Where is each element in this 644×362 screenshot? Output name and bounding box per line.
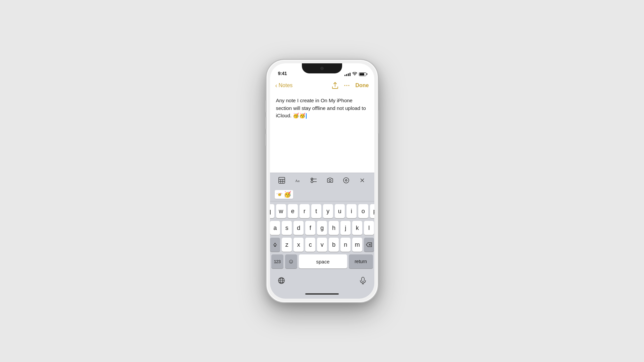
table-button[interactable] bbox=[276, 174, 288, 186]
key-x[interactable]: x bbox=[293, 238, 304, 252]
key-w[interactable]: w bbox=[276, 204, 286, 218]
format-text-icon: Aa bbox=[294, 177, 301, 184]
markup-button[interactable] bbox=[340, 174, 352, 186]
nav-bar: ‹ Notes bbox=[270, 78, 374, 93]
svg-rect-17 bbox=[274, 245, 276, 247]
return-key[interactable]: return bbox=[349, 254, 373, 268]
key-e[interactable]: e bbox=[288, 204, 298, 218]
svg-point-13 bbox=[329, 179, 331, 181]
key-k[interactable]: k bbox=[352, 221, 362, 235]
key-h[interactable]: h bbox=[329, 221, 339, 235]
svg-point-0 bbox=[344, 85, 345, 86]
key-i[interactable]: i bbox=[346, 204, 357, 218]
keyboard-toolbar: Aa bbox=[270, 173, 374, 187]
format-text-button[interactable]: Aa bbox=[292, 174, 304, 186]
svg-point-1 bbox=[346, 85, 347, 86]
phone-screen: 9:41 bbox=[270, 63, 374, 299]
signal-bar-4 bbox=[350, 73, 351, 76]
svg-rect-25 bbox=[362, 277, 364, 282]
svg-point-10 bbox=[311, 181, 313, 183]
share-icon bbox=[332, 82, 338, 89]
note-text: Any note I create in On My iPhone sectio… bbox=[276, 97, 368, 120]
key-c[interactable]: c bbox=[305, 238, 315, 252]
delete-key[interactable] bbox=[364, 238, 374, 252]
key-u[interactable]: u bbox=[335, 204, 345, 218]
home-indicator bbox=[270, 289, 374, 299]
dictation-button[interactable] bbox=[357, 275, 369, 287]
emoji-suggestion-emoji: 🥳 bbox=[284, 191, 291, 198]
key-g[interactable]: g bbox=[317, 221, 327, 235]
note-content-area[interactable]: Any note I create in On My iPhone sectio… bbox=[270, 93, 374, 173]
key-m[interactable]: m bbox=[352, 238, 362, 252]
emoji-suggestion-label: "🥳" bbox=[277, 193, 282, 196]
back-button[interactable]: ‹ Notes bbox=[275, 82, 293, 89]
share-button[interactable] bbox=[332, 82, 338, 89]
delete-icon bbox=[366, 242, 372, 247]
keyboard-row-4: 123 ☺ space return bbox=[271, 254, 373, 268]
markup-icon bbox=[343, 177, 350, 184]
back-chevron-icon: ‹ bbox=[275, 82, 277, 89]
key-y[interactable]: y bbox=[323, 204, 333, 218]
signal-bar-3 bbox=[348, 73, 349, 76]
home-bar bbox=[305, 293, 339, 295]
text-cursor bbox=[306, 113, 307, 119]
key-t[interactable]: t bbox=[311, 204, 321, 218]
svg-rect-3 bbox=[279, 177, 285, 183]
keyboard-bottom-bar bbox=[270, 273, 374, 289]
checklist-button[interactable] bbox=[308, 174, 320, 186]
key-o[interactable]: o bbox=[358, 204, 368, 218]
emoji-key[interactable]: ☺ bbox=[285, 254, 297, 268]
key-q[interactable]: q bbox=[270, 204, 274, 218]
globe-button[interactable] bbox=[275, 275, 287, 287]
shift-icon bbox=[272, 242, 278, 247]
notch-camera bbox=[320, 67, 324, 70]
keyboard-row-3: z x c v b n m bbox=[271, 238, 373, 252]
keyboard-row-1: q w e r t y u i o p bbox=[271, 204, 373, 218]
checklist-icon bbox=[311, 177, 317, 184]
notch bbox=[302, 63, 342, 73]
table-icon bbox=[278, 177, 285, 184]
done-button[interactable]: Done bbox=[356, 82, 369, 88]
more-icon bbox=[343, 82, 350, 89]
close-keyboard-icon bbox=[359, 177, 366, 184]
key-l[interactable]: l bbox=[364, 221, 374, 235]
phone-frame: 9:41 bbox=[266, 59, 378, 303]
key-j[interactable]: j bbox=[340, 221, 351, 235]
numbers-key[interactable]: 123 bbox=[271, 254, 283, 268]
battery-fill bbox=[360, 73, 364, 75]
key-s[interactable]: s bbox=[282, 221, 292, 235]
signal-bar-1 bbox=[344, 75, 345, 76]
key-d[interactable]: d bbox=[293, 221, 304, 235]
battery-icon bbox=[359, 72, 366, 76]
keyboard-row-2: a s d f g h j k l bbox=[271, 221, 373, 235]
more-button[interactable] bbox=[343, 82, 350, 89]
emoji-suggestion-item[interactable]: "🥳" 🥳 bbox=[275, 190, 293, 199]
signal-bars-icon bbox=[344, 72, 351, 76]
key-b[interactable]: b bbox=[329, 238, 339, 252]
status-time: 9:41 bbox=[278, 71, 287, 76]
key-p[interactable]: p bbox=[370, 204, 374, 218]
shift-key[interactable] bbox=[270, 238, 280, 252]
camera-icon bbox=[327, 177, 333, 184]
key-z[interactable]: z bbox=[282, 238, 292, 252]
keyboard: q w e r t y u i o p a s d f g bbox=[270, 201, 374, 273]
microphone-icon bbox=[360, 277, 366, 284]
svg-point-14 bbox=[343, 178, 349, 183]
key-v[interactable]: v bbox=[317, 238, 327, 252]
close-keyboard-button[interactable] bbox=[356, 174, 368, 186]
space-key[interactable]: space bbox=[299, 254, 347, 268]
svg-point-2 bbox=[348, 85, 349, 86]
wifi-icon bbox=[352, 72, 357, 76]
key-f[interactable]: f bbox=[305, 221, 315, 235]
svg-text:Aa: Aa bbox=[295, 179, 300, 183]
back-label: Notes bbox=[279, 82, 293, 88]
key-n[interactable]: n bbox=[340, 238, 351, 252]
camera-button[interactable] bbox=[324, 174, 336, 186]
signal-bar-2 bbox=[346, 74, 347, 76]
emoji-bar: "🥳" 🥳 bbox=[270, 187, 374, 201]
key-r[interactable]: r bbox=[300, 204, 310, 218]
status-icons bbox=[344, 72, 366, 76]
key-a[interactable]: a bbox=[270, 221, 280, 235]
phone-wrapper: 9:41 bbox=[266, 59, 378, 303]
nav-actions: Done bbox=[332, 82, 369, 89]
